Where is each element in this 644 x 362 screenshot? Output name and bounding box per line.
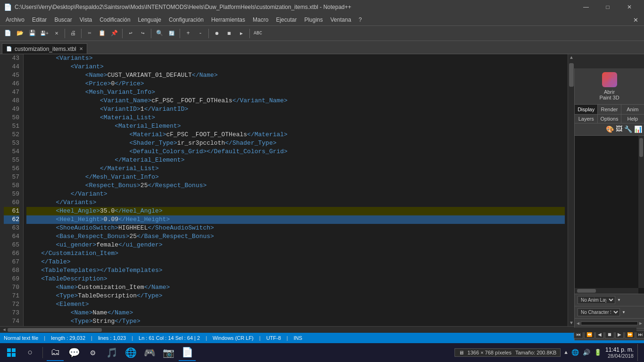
code-area[interactable]: <Variants> <Variant> <Name>CUST_VARIANT_… — [24, 54, 568, 326]
show-desktop[interactable] — [637, 344, 641, 361]
menu-ventana[interactable]: Ventana — [327, 14, 355, 25]
menu-help[interactable]: ? — [355, 14, 366, 25]
replace-button[interactable]: 🔄 — [166, 28, 177, 39]
subtab-help[interactable]: Help — [621, 115, 644, 123]
panel-icon-3[interactable]: 🔧 — [624, 125, 632, 133]
scroll-up-arrow[interactable]: ▲ — [568, 54, 574, 61]
svg-point-0 — [606, 76, 613, 83]
panel-icon-2[interactable]: 🖼 — [616, 125, 622, 133]
dropdown-arrow-charset: ▼ — [622, 310, 626, 314]
code-line: </Material_List> — [26, 165, 565, 173]
menu-lenguaje[interactable]: Lenguaje — [134, 14, 165, 25]
editor-scrollbar[interactable]: ▲ ▼ — [568, 54, 574, 326]
taskbar-app-whatsapp[interactable]: 💬 — [66, 344, 83, 361]
save-button[interactable]: 💾 — [26, 28, 38, 39]
minimize-button[interactable]: — — [575, 0, 597, 14]
zoom-out-button[interactable]: - — [195, 28, 206, 39]
h-scroll-left-arrow[interactable]: ◀ — [1, 327, 8, 333]
print-button[interactable]: 🖨 — [67, 28, 79, 39]
sys-battery-icon[interactable]: 🔋 — [594, 349, 602, 356]
sys-network-icon[interactable]: 🌐 — [571, 349, 579, 356]
start-button[interactable] — [3, 344, 20, 361]
menu-close-x[interactable]: ✕ — [629, 16, 642, 24]
code-line: <Name>CUST_VARIANT_01_DEFAULT</Name> — [26, 71, 565, 80]
status-position: Ln : 61 Col : 14 Sel : 64 | 2 — [139, 335, 200, 341]
playback-track[interactable] — [581, 321, 638, 325]
tab-close-icon[interactable]: ✕ — [79, 46, 83, 51]
code-line: <ui_gender>female</ui_gender> — [26, 241, 565, 249]
status-lines: lines : 1,023 — [98, 335, 126, 341]
close-button[interactable]: ✕ — [619, 0, 640, 14]
taskbar-app-camera[interactable]: 📷 — [160, 344, 177, 361]
paste-button[interactable]: 📌 — [108, 28, 120, 39]
taskbar-app-browser[interactable]: 🌐 — [122, 344, 139, 361]
taskbar-app-settings[interactable]: ⚙ — [84, 344, 101, 361]
tab-icon: 📄 — [6, 46, 12, 51]
save-all-button[interactable]: 💾+ — [39, 28, 50, 39]
menu-plugins[interactable]: Plugins — [300, 14, 326, 25]
subtab-layers[interactable]: Layers — [575, 115, 598, 123]
menu-vista[interactable]: Vista — [76, 14, 96, 25]
spell-check-button[interactable]: ABC — [252, 28, 264, 39]
tab-anim[interactable]: Anim — [621, 105, 644, 114]
h-scroll-thumb[interactable] — [8, 328, 102, 332]
playback-scrollbar-left[interactable]: ◀ — [577, 321, 579, 326]
tab-render[interactable]: Render — [598, 105, 621, 114]
playback-scrollbar-right[interactable]: ▶ — [639, 321, 642, 326]
macro-record-button[interactable]: ⏺ — [211, 28, 223, 39]
find-button[interactable]: 🔍 — [154, 28, 165, 39]
undo-button[interactable]: ↩ — [125, 28, 136, 39]
svg-rect-1 — [7, 348, 11, 352]
anim-layer-row: No Anim Layer ▼ — [575, 294, 644, 306]
anim-layer-select[interactable]: No Anim Layer — [578, 296, 615, 304]
code-line: <TableDescription> — [26, 275, 565, 283]
scroll-thumb[interactable] — [568, 61, 574, 320]
new-button[interactable]: 📄 — [2, 28, 13, 39]
taskbar-search[interactable]: ○ — [22, 344, 39, 361]
menu-codificacion[interactable]: Codificación — [96, 14, 134, 25]
open-button[interactable]: 📂 — [14, 28, 25, 39]
taskbar-app-spotify[interactable]: 🎵 — [103, 344, 120, 361]
menu-ejecutar[interactable]: Ejecutar — [272, 14, 300, 25]
taskbar-app-game[interactable]: 🎮 — [141, 344, 158, 361]
paint3d-icon — [602, 72, 617, 87]
copy-button[interactable]: 📋 — [96, 28, 107, 39]
h-scroll-track[interactable] — [8, 328, 636, 332]
macro-stop-button[interactable]: ⏹ — [223, 28, 235, 39]
file-size-text: Tamaño: 200.8KB — [515, 350, 556, 355]
screen-size-indicator: 🖥 644 × 362 píxeles Tamaño: 200.8KB — [454, 348, 561, 357]
panel-h-scrollbar[interactable] — [575, 288, 638, 294]
panel-icon-4[interactable]: 📊 — [634, 125, 642, 133]
cut-button[interactable]: ✂ — [84, 28, 95, 39]
taskbar-app-explorer[interactable]: 🗂 — [47, 344, 64, 361]
tab-display[interactable]: Display — [575, 105, 598, 114]
menu-buscar[interactable]: Buscar — [50, 14, 75, 25]
macro-play-button[interactable]: ▶ — [236, 28, 247, 39]
menu-editar[interactable]: Editar — [28, 14, 50, 25]
paint3d-label[interactable]: Abrir Paint 3D — [599, 89, 619, 100]
maximize-button[interactable]: □ — [597, 0, 619, 14]
panel-icon-1[interactable]: 🎨 — [606, 125, 614, 133]
close-doc-button[interactable]: ✕ — [51, 28, 62, 39]
transport-fwd-end[interactable]: ⏭ — [636, 330, 644, 338]
character-set-select[interactable]: No Character Set — [578, 308, 620, 316]
menu-configuracion[interactable]: Configuración — [165, 14, 207, 25]
subtab-options[interactable]: Options — [598, 115, 621, 123]
tab-customization-items[interactable]: 📄 customization_items.xtbl ✕ — [2, 43, 87, 54]
panel-scroll-thumb-h[interactable] — [577, 289, 596, 293]
menu-macro[interactable]: Macro — [249, 14, 272, 25]
menu-archivo[interactable]: Archivo — [2, 14, 28, 25]
toolbar: 📄 📂 💾 💾+ ✕ 🖨 ✂ 📋 📌 ↩ ↪ 🔍 🔄 + - ⏺ ⏹ ▶ ABC — [0, 26, 644, 41]
sys-volume-icon[interactable]: 🔊 — [583, 349, 590, 356]
menu-herramientas[interactable]: Herramientas — [207, 14, 249, 25]
panel-v-scrollbar[interactable] — [638, 136, 644, 288]
redo-button[interactable]: ↪ — [137, 28, 149, 39]
taskbar-clock[interactable]: 11:41 p. m. 28/04/2018 — [605, 346, 634, 359]
scroll-down-arrow[interactable]: ▼ — [568, 320, 574, 326]
code-line: <VariantID>1</VariantID> — [26, 105, 565, 114]
panel-scroll-thumb-v[interactable] — [639, 138, 643, 157]
taskbar-app-notepad[interactable]: 📄 — [179, 344, 196, 361]
sys-tray-expand[interactable]: ▲ — [564, 350, 568, 355]
code-line: <Price>0</Price> — [26, 80, 565, 88]
zoom-in-button[interactable]: + — [182, 28, 194, 39]
